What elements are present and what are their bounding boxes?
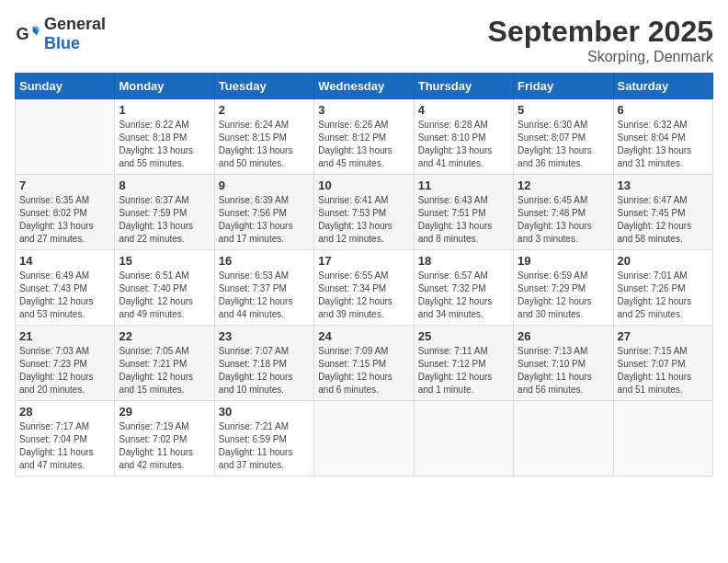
day-detail: Sunrise: 6:57 AM Sunset: 7:32 PM Dayligh… bbox=[418, 270, 509, 321]
header-monday: Monday bbox=[115, 74, 214, 99]
day-detail: Sunrise: 6:51 AM Sunset: 7:40 PM Dayligh… bbox=[119, 270, 210, 321]
day-detail: Sunrise: 6:37 AM Sunset: 7:59 PM Dayligh… bbox=[119, 194, 210, 246]
calendar-week-4: 21Sunrise: 7:03 AM Sunset: 7:23 PM Dayli… bbox=[16, 326, 713, 401]
calendar-cell bbox=[613, 401, 712, 477]
calendar-cell: 3Sunrise: 6:26 AM Sunset: 8:12 PM Daylig… bbox=[314, 99, 414, 175]
day-detail: Sunrise: 6:55 AM Sunset: 7:34 PM Dayligh… bbox=[318, 270, 409, 321]
page-header: G General Blue September 2025 Skorping, … bbox=[15, 15, 713, 65]
calendar-cell: 21Sunrise: 7:03 AM Sunset: 7:23 PM Dayli… bbox=[16, 326, 115, 401]
day-number: 8 bbox=[119, 178, 210, 192]
calendar-cell: 25Sunrise: 7:11 AM Sunset: 7:12 PM Dayli… bbox=[414, 326, 513, 401]
day-detail: Sunrise: 6:35 AM Sunset: 8:02 PM Dayligh… bbox=[19, 194, 110, 246]
day-number: 7 bbox=[19, 178, 110, 192]
calendar-week-2: 7Sunrise: 6:35 AM Sunset: 8:02 PM Daylig… bbox=[16, 175, 713, 250]
day-detail: Sunrise: 7:19 AM Sunset: 7:02 PM Dayligh… bbox=[119, 420, 210, 472]
day-number: 4 bbox=[418, 103, 509, 117]
day-number: 1 bbox=[119, 103, 210, 117]
day-number: 30 bbox=[219, 405, 310, 419]
day-number: 18 bbox=[418, 254, 509, 268]
day-detail: Sunrise: 7:15 AM Sunset: 7:07 PM Dayligh… bbox=[618, 345, 709, 396]
day-number: 12 bbox=[518, 178, 609, 192]
day-number: 28 bbox=[19, 405, 110, 419]
header-row: Sunday Monday Tuesday Wednesday Thursday… bbox=[16, 74, 713, 99]
day-detail: Sunrise: 6:47 AM Sunset: 7:45 PM Dayligh… bbox=[618, 194, 709, 246]
calendar-cell bbox=[314, 401, 414, 477]
header-saturday: Saturday bbox=[613, 74, 712, 99]
day-detail: Sunrise: 6:32 AM Sunset: 8:04 PM Dayligh… bbox=[618, 119, 709, 170]
day-detail: Sunrise: 7:17 AM Sunset: 7:04 PM Dayligh… bbox=[19, 420, 110, 472]
day-number: 16 bbox=[219, 254, 310, 268]
day-number: 26 bbox=[518, 329, 609, 343]
calendar-body: 1Sunrise: 6:22 AM Sunset: 8:18 PM Daylig… bbox=[16, 99, 713, 477]
title-block: September 2025 Skorping, Denmark bbox=[488, 15, 713, 65]
header-sunday: Sunday bbox=[16, 74, 115, 99]
svg-text:G: G bbox=[16, 25, 28, 43]
day-detail: Sunrise: 7:11 AM Sunset: 7:12 PM Dayligh… bbox=[418, 345, 509, 396]
day-number: 2 bbox=[219, 103, 310, 117]
day-number: 27 bbox=[618, 329, 709, 343]
calendar-cell bbox=[16, 99, 115, 175]
day-detail: Sunrise: 7:05 AM Sunset: 7:21 PM Dayligh… bbox=[119, 345, 210, 396]
calendar-table: Sunday Monday Tuesday Wednesday Thursday… bbox=[15, 73, 713, 477]
day-number: 23 bbox=[219, 329, 310, 343]
calendar-cell: 30Sunrise: 7:21 AM Sunset: 6:59 PM Dayli… bbox=[214, 401, 313, 477]
calendar-cell: 29Sunrise: 7:19 AM Sunset: 7:02 PM Dayli… bbox=[115, 401, 214, 477]
calendar-cell: 7Sunrise: 6:35 AM Sunset: 8:02 PM Daylig… bbox=[16, 175, 115, 250]
location-title: Skorping, Denmark bbox=[488, 49, 713, 65]
calendar-cell: 18Sunrise: 6:57 AM Sunset: 7:32 PM Dayli… bbox=[414, 250, 513, 326]
day-number: 29 bbox=[119, 405, 210, 419]
logo-text: General Blue bbox=[44, 15, 106, 53]
logo-blue: Blue bbox=[44, 34, 80, 52]
day-number: 15 bbox=[119, 254, 210, 268]
day-detail: Sunrise: 6:59 AM Sunset: 7:29 PM Dayligh… bbox=[518, 270, 609, 321]
day-number: 5 bbox=[518, 103, 609, 117]
calendar-cell: 17Sunrise: 6:55 AM Sunset: 7:34 PM Dayli… bbox=[314, 250, 414, 326]
day-number: 22 bbox=[119, 329, 210, 343]
calendar-cell: 26Sunrise: 7:13 AM Sunset: 7:10 PM Dayli… bbox=[514, 326, 613, 401]
calendar-cell: 24Sunrise: 7:09 AM Sunset: 7:15 PM Dayli… bbox=[314, 326, 414, 401]
day-detail: Sunrise: 6:24 AM Sunset: 8:15 PM Dayligh… bbox=[219, 119, 310, 170]
day-number: 11 bbox=[418, 178, 509, 192]
calendar-cell: 2Sunrise: 6:24 AM Sunset: 8:15 PM Daylig… bbox=[214, 99, 313, 175]
day-detail: Sunrise: 6:28 AM Sunset: 8:10 PM Dayligh… bbox=[418, 119, 509, 170]
day-detail: Sunrise: 6:53 AM Sunset: 7:37 PM Dayligh… bbox=[219, 270, 310, 321]
day-number: 14 bbox=[19, 254, 110, 268]
calendar-cell: 20Sunrise: 7:01 AM Sunset: 7:26 PM Dayli… bbox=[613, 250, 712, 326]
day-detail: Sunrise: 7:21 AM Sunset: 6:59 PM Dayligh… bbox=[219, 420, 310, 472]
day-number: 24 bbox=[318, 329, 409, 343]
calendar-cell: 9Sunrise: 6:39 AM Sunset: 7:56 PM Daylig… bbox=[214, 175, 313, 250]
calendar-cell: 16Sunrise: 6:53 AM Sunset: 7:37 PM Dayli… bbox=[214, 250, 313, 326]
header-friday: Friday bbox=[514, 74, 613, 99]
calendar-cell: 10Sunrise: 6:41 AM Sunset: 7:53 PM Dayli… bbox=[314, 175, 414, 250]
logo-general: General bbox=[44, 15, 106, 33]
calendar-header: Sunday Monday Tuesday Wednesday Thursday… bbox=[16, 74, 713, 99]
day-detail: Sunrise: 7:07 AM Sunset: 7:18 PM Dayligh… bbox=[219, 345, 310, 396]
calendar-cell: 14Sunrise: 6:49 AM Sunset: 7:43 PM Dayli… bbox=[16, 250, 115, 326]
day-number: 13 bbox=[618, 178, 709, 192]
day-detail: Sunrise: 7:03 AM Sunset: 7:23 PM Dayligh… bbox=[19, 345, 110, 396]
day-number: 3 bbox=[318, 103, 409, 117]
month-title: September 2025 bbox=[488, 15, 713, 49]
day-detail: Sunrise: 6:49 AM Sunset: 7:43 PM Dayligh… bbox=[19, 270, 110, 321]
header-wednesday: Wednesday bbox=[314, 74, 414, 99]
calendar-cell: 27Sunrise: 7:15 AM Sunset: 7:07 PM Dayli… bbox=[613, 326, 712, 401]
day-number: 9 bbox=[219, 178, 310, 192]
day-detail: Sunrise: 6:26 AM Sunset: 8:12 PM Dayligh… bbox=[318, 119, 409, 170]
day-detail: Sunrise: 6:30 AM Sunset: 8:07 PM Dayligh… bbox=[518, 119, 609, 170]
day-number: 21 bbox=[19, 329, 110, 343]
calendar-cell: 6Sunrise: 6:32 AM Sunset: 8:04 PM Daylig… bbox=[613, 99, 712, 175]
calendar-cell bbox=[514, 401, 613, 477]
day-detail: Sunrise: 6:45 AM Sunset: 7:48 PM Dayligh… bbox=[518, 194, 609, 246]
day-number: 25 bbox=[418, 329, 509, 343]
day-detail: Sunrise: 7:01 AM Sunset: 7:26 PM Dayligh… bbox=[618, 270, 709, 321]
calendar-cell: 11Sunrise: 6:43 AM Sunset: 7:51 PM Dayli… bbox=[414, 175, 513, 250]
day-detail: Sunrise: 6:41 AM Sunset: 7:53 PM Dayligh… bbox=[318, 194, 409, 246]
calendar-cell: 1Sunrise: 6:22 AM Sunset: 8:18 PM Daylig… bbox=[115, 99, 214, 175]
logo: G General Blue bbox=[15, 15, 106, 53]
calendar-cell: 13Sunrise: 6:47 AM Sunset: 7:45 PM Dayli… bbox=[613, 175, 712, 250]
day-number: 10 bbox=[318, 178, 409, 192]
header-thursday: Thursday bbox=[414, 74, 513, 99]
day-detail: Sunrise: 7:13 AM Sunset: 7:10 PM Dayligh… bbox=[518, 345, 609, 396]
day-detail: Sunrise: 6:43 AM Sunset: 7:51 PM Dayligh… bbox=[418, 194, 509, 246]
day-number: 17 bbox=[318, 254, 409, 268]
